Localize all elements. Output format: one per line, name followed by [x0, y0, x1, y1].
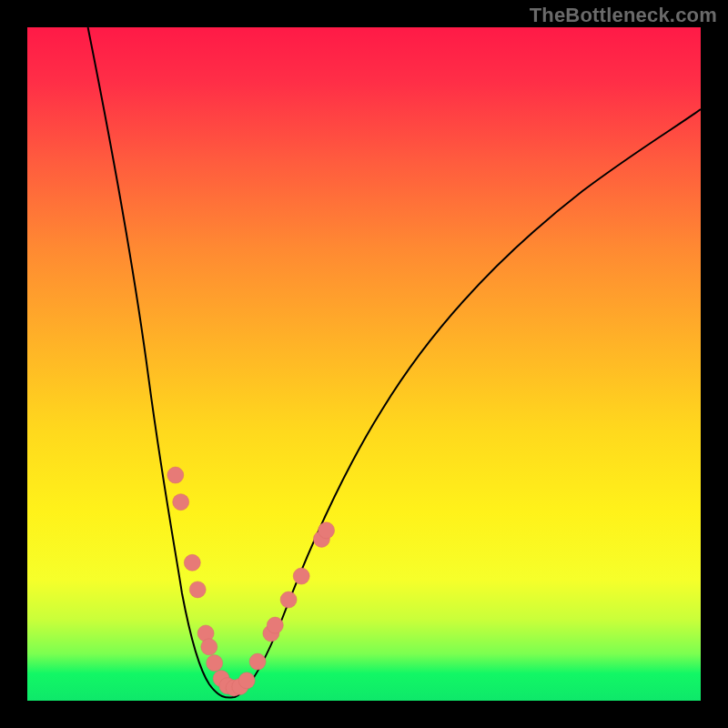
- data-point: [293, 568, 309, 584]
- data-point: [238, 672, 255, 689]
- data-point: [201, 639, 217, 655]
- data-point: [318, 522, 335, 539]
- data-point: [184, 554, 200, 571]
- data-point: [207, 655, 223, 672]
- watermark-text: TheBottleneck.com: [530, 4, 717, 27]
- data-point: [249, 653, 266, 670]
- data-point: [280, 592, 297, 608]
- data-point: [189, 581, 206, 598]
- data-point: [173, 494, 189, 511]
- data-point: [267, 617, 283, 633]
- scatter-points: [167, 467, 335, 696]
- chart-frame: [27, 27, 701, 701]
- chart-overlay: [27, 27, 701, 701]
- bottleneck-curve: [88, 27, 701, 698]
- data-point: [167, 467, 184, 483]
